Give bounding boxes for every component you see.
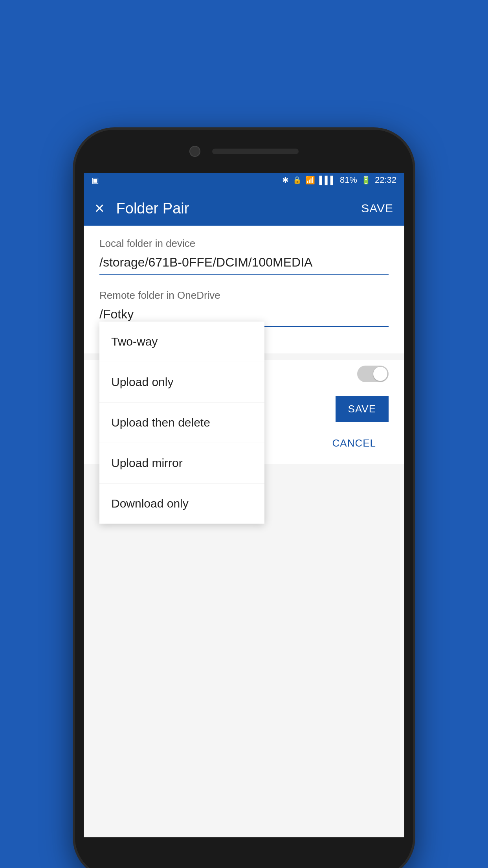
time-display: 22:32 bbox=[375, 175, 396, 185]
speaker bbox=[212, 149, 299, 154]
camera bbox=[189, 146, 200, 157]
dropdown-item-uploadthendelete[interactable]: Upload then delete bbox=[99, 403, 264, 443]
lock-icon: 🔒 bbox=[293, 176, 301, 184]
phone-top-bar bbox=[75, 130, 413, 173]
delete-button[interactable]: CANCEL bbox=[320, 430, 389, 456]
local-folder-value: /storage/671B-0FFE/DCIM/100MEDIA bbox=[99, 255, 389, 275]
toggle-switch[interactable] bbox=[357, 366, 389, 382]
dropdown-item-twoway[interactable]: Two-way bbox=[99, 322, 264, 362]
phone-screen: ▣ ✱ 🔒 📶 ▌▌▌ 81% 🔋 22:32 × Folder bbox=[84, 169, 404, 837]
status-right: ✱ 🔒 📶 ▌▌▌ 81% 🔋 22:32 bbox=[282, 175, 396, 185]
screen-wrapper: ▣ ✱ 🔒 📶 ▌▌▌ 81% 🔋 22:32 × Folder bbox=[84, 169, 404, 837]
notification-icon: ▣ bbox=[92, 175, 99, 185]
save-button[interactable]: SAVE bbox=[336, 396, 389, 422]
wifi-icon: 📶 bbox=[305, 175, 315, 185]
dropdown-list: Two-way Upload only Upload then delete U… bbox=[99, 322, 264, 524]
save-button-appbar[interactable]: SAVE bbox=[361, 202, 393, 215]
close-button[interactable]: × bbox=[95, 199, 105, 218]
battery-icon: 🔋 bbox=[361, 175, 371, 185]
dropdown-item-uploadmirror[interactable]: Upload mirror bbox=[99, 443, 264, 484]
bluetooth-icon: ✱ bbox=[282, 175, 289, 185]
battery-pct: 81% bbox=[340, 175, 357, 185]
dropdown-item-uploadonly[interactable]: Upload only bbox=[99, 362, 264, 403]
signal-icon: ▌▌▌ bbox=[319, 176, 336, 185]
toggle-knob bbox=[373, 367, 387, 381]
local-folder-label: Local folder in device bbox=[99, 237, 389, 250]
app-bar: × Folder Pair SAVE bbox=[84, 191, 404, 226]
phone-mockup: ▣ ✱ 🔒 📶 ▌▌▌ 81% 🔋 22:32 × Folder bbox=[75, 130, 413, 868]
phone-shell: ▣ ✱ 🔒 📶 ▌▌▌ 81% 🔋 22:32 × Folder bbox=[75, 130, 413, 868]
phone-bottom-bar bbox=[75, 837, 413, 868]
status-left: ▣ bbox=[92, 175, 99, 185]
remote-folder-label: Remote folder in OneDrive bbox=[99, 289, 389, 302]
dropdown-item-downloadonly[interactable]: Download only bbox=[99, 484, 264, 524]
app-bar-title: Folder Pair bbox=[116, 200, 361, 217]
